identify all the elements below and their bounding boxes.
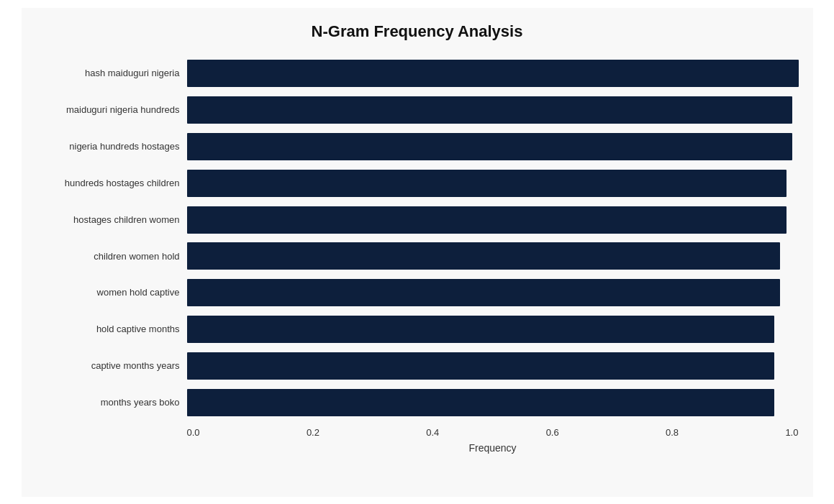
y-labels: hash maiduguri nigeriamaiduguri nigeria … (36, 55, 187, 421)
x-axis-spacer (36, 427, 187, 454)
x-tick-label: 0.6 (546, 427, 559, 438)
y-label: hundreds hostages children (65, 178, 180, 189)
bar-row (187, 277, 799, 308)
bar-row (187, 387, 799, 418)
bar-row (187, 168, 799, 199)
x-tick-label: 0.0 (187, 427, 200, 438)
chart-title: N-Gram Frequency Analysis (312, 22, 523, 41)
y-label: hold captive months (96, 324, 180, 335)
y-label: children women hold (94, 251, 179, 262)
chart-area: hash maiduguri nigeriamaiduguri nigeria … (36, 55, 799, 421)
y-label: months years boko (101, 397, 180, 408)
x-tick-label: 0.4 (426, 427, 439, 438)
bar (187, 206, 787, 234)
bar (187, 170, 787, 197)
bar (187, 60, 799, 87)
x-tick-label: 0.2 (307, 427, 319, 438)
x-tick-label: 1.0 (785, 427, 798, 438)
x-tick-labels: 0.00.20.40.60.81.0 (187, 427, 799, 438)
bar (187, 279, 781, 306)
bar (187, 242, 781, 270)
bar (187, 316, 774, 343)
y-label: hash maiduguri nigeria (85, 68, 180, 79)
x-axis-ticks: 0.00.20.40.60.81.0 Frequency (187, 427, 799, 454)
y-label: hostages children women (73, 214, 179, 226)
x-axis-area: 0.00.20.40.60.81.0 Frequency (36, 427, 799, 454)
bar-row (187, 131, 799, 162)
x-axis-title: Frequency (187, 442, 799, 454)
y-label: nigeria hundreds hostages (69, 141, 179, 152)
bar (187, 133, 793, 160)
y-label: maiduguri nigeria hundreds (66, 104, 180, 116)
y-label: captive months years (91, 360, 180, 372)
bar (187, 352, 774, 380)
x-tick-label: 0.8 (666, 427, 679, 438)
bar-row (187, 58, 799, 89)
bar (187, 389, 774, 416)
bar (187, 96, 793, 124)
bar-row (187, 350, 799, 382)
chart-container: N-Gram Frequency Analysis hash maiduguri… (22, 8, 813, 497)
y-label: women hold captive (97, 287, 180, 298)
bar-row (187, 94, 799, 126)
bar-row (187, 240, 799, 272)
bars-section (187, 55, 799, 421)
bar-row (187, 204, 799, 236)
bar-row (187, 313, 799, 345)
